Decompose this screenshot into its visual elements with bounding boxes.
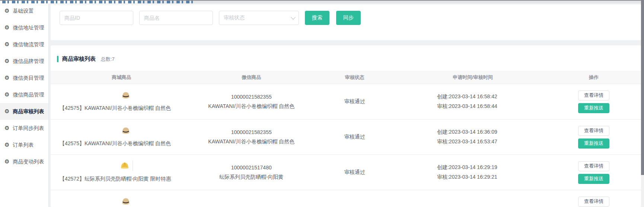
page-title: 商品审核列表 [62, 55, 96, 63]
image-divider [133, 160, 133, 171]
wechat-product-id: 10000021582355 [231, 129, 272, 135]
sidebar-item-wechat-product[interactable]: ⚙ 微信商品管理 [0, 86, 48, 103]
gear-icon: ⚙ [4, 8, 9, 14]
product-name-input[interactable] [139, 11, 213, 25]
view-detail-button[interactable]: 查看详情 [578, 90, 609, 101]
sidebar-item-label: 订单同步列表 [13, 125, 44, 132]
sidebar-item-order-list[interactable]: ⚙ 订单列表 [0, 137, 48, 153]
col-header-apply-audit-time: 申请时间/审核时间 [399, 74, 547, 81]
sidebar-item-label: 微信品牌管理 [13, 58, 44, 65]
title-accent-bar [57, 56, 58, 62]
created-time: 创建:2023-03-14 16:36:09 [437, 129, 508, 136]
gear-icon: ⚙ [4, 125, 9, 131]
sidebar-item-wechat-brand[interactable]: ⚙ 微信品牌管理 [0, 53, 48, 70]
sidebar-item-label: 微信地址管理 [13, 25, 44, 31]
sidebar-menu: ⚙ 基础设置 ⚙ 微信地址管理 ⚙ 微信物流管理 ⚙ 微信品牌管理 ⚙ 微信类目… [0, 3, 48, 170]
main-content: 审核状态 搜索 同步 商品审核列表 总数:7 商城商品 微信商品 审核状态 申请… [51, 3, 641, 207]
gear-icon: ⚙ [4, 159, 9, 165]
sidebar-item-wechat-category[interactable]: ⚙ 微信类目管理 [0, 70, 48, 86]
repush-button[interactable]: 重新推送 [578, 138, 609, 149]
scrollbar-thumb[interactable] [641, 0, 644, 175]
col-header-mall-product: 商城商品 [51, 74, 192, 81]
view-detail-button[interactable]: 查看详情 [578, 197, 609, 207]
sidebar-item-product-audit-list[interactable]: ⚙ 商品审核列表 [0, 103, 48, 120]
sidebar-item-label: 商品审核列表 [13, 108, 44, 115]
sidebar-item-basic-settings[interactable]: ⚙ 基础设置 [0, 3, 48, 19]
sidebar-item-wechat-logistics[interactable]: ⚙ 微信物流管理 [0, 36, 48, 53]
gear-icon: ⚙ [4, 75, 9, 81]
gear-icon: ⚙ [4, 25, 9, 31]
shell-sun-hat-product-image [119, 160, 130, 171]
audit-list-card: 商品审核列表 总数:7 商城商品 微信商品 审核状态 申请时间/审核时间 操作 … [51, 45, 641, 207]
table-row: 【42572】纭际系列贝壳防晒帽-向阳黄 限时特惠 10000021517480… [51, 155, 641, 190]
sidebar-item-order-sync-list[interactable]: ⚙ 订单同步列表 [0, 120, 48, 137]
straw-hat-product-image [120, 89, 131, 101]
status-text: 审核通过 [344, 134, 365, 140]
audit-status-select[interactable]: 审核状态 [219, 11, 299, 25]
audit-status-placeholder: 审核状态 [224, 15, 245, 21]
table-row: 【42575】KAWATANI/川谷小卷檐编织帽 自然色 10000021582… [51, 84, 641, 120]
created-time: 创建:2023-03-14 16:58:42 [437, 93, 508, 100]
audited-time: 审核:2023-03-14 16:53:47 [437, 138, 508, 145]
sidebar-item-product-change-list[interactable]: ⚙ 商品变动列表 [0, 153, 48, 170]
total-count: 总数:7 [101, 56, 115, 63]
gear-icon: ⚙ [4, 92, 9, 98]
product-id-input[interactable] [60, 11, 133, 25]
scrollbar-track[interactable] [641, 0, 644, 207]
created-time: 创建:2023-03-14 16:29:19 [437, 164, 508, 171]
audited-time: 审核:2023-03-14 16:58:44 [437, 103, 508, 110]
wechat-product-name: KAWATANI/川谷小卷檐编织帽 自然色 [208, 103, 294, 110]
col-header-wechat-product: 微信商品 [192, 74, 310, 81]
mall-product-name: 【42572】纭际系列贝壳防晒帽-向阳黄 限时特惠 [60, 176, 192, 182]
col-header-audit-status: 审核状态 [310, 74, 399, 81]
status-text: 审核通过 [344, 169, 365, 176]
col-header-actions: 操作 [546, 74, 641, 81]
filter-card: 审核状态 搜索 同步 [51, 4, 641, 40]
sync-button[interactable]: 同步 [336, 11, 361, 25]
repush-button[interactable]: 重新推送 [578, 103, 609, 113]
gear-icon: ⚙ [4, 42, 9, 47]
sidebar-item-label: 基础设置 [13, 8, 34, 15]
wechat-product-name: KAWATANI/川谷小卷檐编织帽 自然色 [208, 138, 294, 145]
gear-icon: ⚙ [4, 58, 9, 64]
sidebar-item-label: 微信类目管理 [13, 75, 44, 82]
wechat-product-name: 纭际系列贝壳防晒帽-向阳黄 [219, 174, 284, 181]
table-header: 商城商品 微信商品 审核状态 申请时间/审核时间 操作 [51, 71, 641, 84]
chevron-down-icon [291, 15, 296, 20]
wechat-product-id: 10000021517480 [231, 165, 272, 171]
gear-icon: ⚙ [4, 109, 9, 114]
repush-button[interactable]: 重新推送 [578, 174, 609, 184]
sidebar-item-label: 商品变动列表 [13, 159, 44, 165]
product-image [120, 195, 131, 207]
search-button[interactable]: 搜索 [305, 11, 329, 25]
sidebar-item-wechat-address[interactable]: ⚙ 微信地址管理 [0, 19, 48, 36]
audited-time: 审核:2023-03-14 16:29:21 [437, 174, 508, 181]
sidebar-item-label: 微信物流管理 [13, 41, 44, 48]
status-text: 审核通过 [344, 98, 365, 105]
sidebar-item-label: 订单列表 [13, 142, 34, 149]
sidebar-item-label: 微信商品管理 [13, 92, 44, 98]
clipped-top-strip [0, 0, 644, 3]
straw-hat-product-image [120, 125, 131, 136]
table-row-partial: 查看详情 重新推送 [51, 190, 641, 207]
mall-product-name: 【42575】KAWATANI/川谷小卷檐编织帽 自然色 [60, 140, 192, 147]
view-detail-button[interactable]: 查看详情 [578, 126, 609, 136]
mall-product-name: 【42575】KAWATANI/川谷小卷檐编织帽 自然色 [60, 105, 192, 112]
sidebar: ⚙ 基础设置 ⚙ 微信地址管理 ⚙ 微信物流管理 ⚙ 微信品牌管理 ⚙ 微信类目… [0, 3, 48, 207]
view-detail-button[interactable]: 查看详情 [578, 161, 609, 171]
table-row: 【42575】KAWATANI/川谷小卷檐编织帽 自然色 10000021582… [51, 120, 641, 155]
window-edge-line [0, 0, 644, 1]
gear-icon: ⚙ [4, 142, 9, 148]
wechat-product-id: 10000021582355 [231, 94, 272, 100]
